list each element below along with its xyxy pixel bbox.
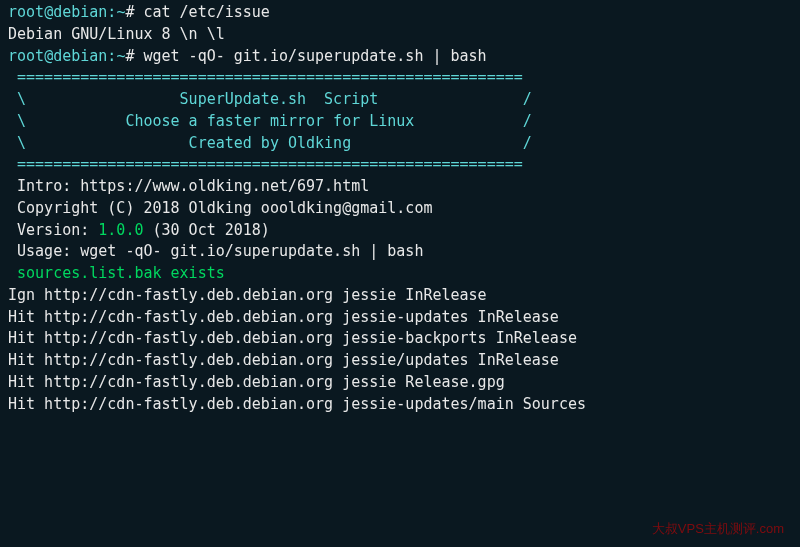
prompt-host: debian <box>53 47 107 65</box>
bak-exists-line: sources.list.bak exists <box>8 263 792 285</box>
prompt-line-1: root@debian:~# cat /etc/issue <box>8 2 792 24</box>
prompt-hash: # <box>125 3 143 21</box>
intro-line: Intro: https://www.oldking.net/697.html <box>8 176 792 198</box>
prompt-user: root <box>8 3 44 21</box>
banner-subtitle: \ Choose a faster mirror for Linux / <box>8 111 792 133</box>
command-text: wget -qO- git.io/superupdate.sh | bash <box>143 47 486 65</box>
watermark-text: 大叔VPS主机测评.com <box>652 520 784 539</box>
prompt-line-2: root@debian:~# wget -qO- git.io/superupd… <box>8 46 792 68</box>
prompt-hash: # <box>125 47 143 65</box>
apt-line: Hit http://cdn-fastly.deb.debian.org jes… <box>8 394 792 416</box>
version-date: (30 Oct 2018) <box>143 221 269 239</box>
apt-line: Ign http://cdn-fastly.deb.debian.org jes… <box>8 285 792 307</box>
prompt-at: @ <box>44 3 53 21</box>
banner-rule: ========================================… <box>8 154 792 176</box>
apt-line: Hit http://cdn-fastly.deb.debian.org jes… <box>8 350 792 372</box>
apt-line: Hit http://cdn-fastly.deb.debian.org jes… <box>8 307 792 329</box>
prompt-at: @ <box>44 47 53 65</box>
version-line: Version: 1.0.0 (30 Oct 2018) <box>8 220 792 242</box>
prompt-user: root <box>8 47 44 65</box>
issue-output: Debian GNU/Linux 8 \n \l <box>8 24 792 46</box>
terminal-output[interactable]: root@debian:~# cat /etc/issue Debian GNU… <box>8 2 792 545</box>
banner-author: \ Created by Oldking / <box>8 133 792 155</box>
version-number: 1.0.0 <box>98 221 143 239</box>
usage-line: Usage: wget -qO- git.io/superupdate.sh |… <box>8 241 792 263</box>
banner-rule: ========================================… <box>8 67 792 89</box>
command-text: cat /etc/issue <box>143 3 269 21</box>
copyright-line: Copyright (C) 2018 Oldking oooldking@gma… <box>8 198 792 220</box>
version-label: Version: <box>8 221 98 239</box>
apt-line: Hit http://cdn-fastly.deb.debian.org jes… <box>8 372 792 394</box>
banner-title: \ SuperUpdate.sh Script / <box>8 89 792 111</box>
prompt-host: debian <box>53 3 107 21</box>
apt-line: Hit http://cdn-fastly.deb.debian.org jes… <box>8 328 792 350</box>
